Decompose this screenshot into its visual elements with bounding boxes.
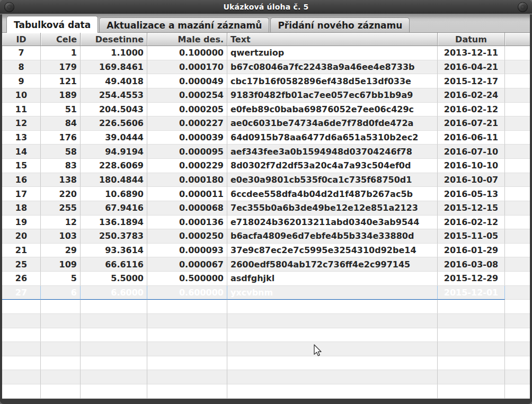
table-row[interactable]: 212993.36140.00009337e9c87ec2e7c5995e325… bbox=[2, 244, 530, 258]
cell-text[interactable]: 37e9c87ec2e7c5995e3254310d92be14 bbox=[227, 244, 438, 258]
cell-id[interactable]: 18 bbox=[2, 201, 41, 216]
cell-id[interactable]: 20 bbox=[2, 229, 41, 244]
cell-text[interactable] bbox=[227, 356, 438, 371]
cell-desetinne[interactable] bbox=[81, 300, 147, 314]
cell-id[interactable]: 12 bbox=[2, 116, 41, 131]
table-row-empty[interactable] bbox=[2, 314, 530, 328]
cell-datum[interactable] bbox=[438, 300, 505, 314]
cell-text[interactable]: e0e30a9801cb535f0ca1c735f68750d1 bbox=[227, 173, 438, 187]
tab-tabulkova-data[interactable]: Tabulková data bbox=[6, 16, 98, 33]
cell-male-des[interactable]: 0.000170 bbox=[147, 60, 227, 75]
cell-text[interactable] bbox=[227, 328, 438, 343]
cell-id[interactable] bbox=[2, 342, 41, 356]
cell-desetinne[interactable]: 93.3614 bbox=[81, 244, 147, 258]
cell-text[interactable] bbox=[227, 300, 438, 314]
cell-male-des[interactable]: 0.000095 bbox=[147, 145, 227, 159]
cell-id[interactable]: 7 bbox=[2, 46, 41, 60]
cell-text[interactable]: e718024b362013211abd0340e3ab9544 bbox=[227, 216, 438, 230]
cell-desetinne[interactable]: 39.0444 bbox=[81, 131, 147, 145]
cell-cele[interactable] bbox=[41, 300, 81, 314]
cell-male-des[interactable]: 0.000180 bbox=[147, 173, 227, 187]
cell-cele[interactable]: 51 bbox=[41, 103, 81, 117]
cell-cele[interactable]: 220 bbox=[41, 187, 81, 201]
cell-datum[interactable] bbox=[438, 356, 505, 371]
cell-desetinne[interactable] bbox=[81, 328, 147, 343]
cell-male-des[interactable]: 0.000093 bbox=[147, 244, 227, 258]
cell-text[interactable]: cbc17b16f0582896ef438d5e13df033e bbox=[227, 74, 438, 88]
cell-desetinne[interactable]: 226.5606 bbox=[81, 116, 147, 131]
cell-text[interactable] bbox=[227, 370, 438, 384]
cell-datum[interactable]: 2016-02-12 bbox=[438, 216, 505, 230]
cell-male-des[interactable]: 0.000067 bbox=[147, 257, 227, 272]
cell-id[interactable]: 27 bbox=[2, 286, 41, 300]
cell-id[interactable]: 21 bbox=[2, 244, 41, 258]
table-row[interactable]: 1317639.04440.00003964d0915b78aa6477d6a6… bbox=[2, 131, 530, 145]
cell-male-des[interactable]: 0.000011 bbox=[147, 187, 227, 201]
cell-male-des[interactable]: 0.000136 bbox=[147, 216, 227, 230]
cell-id[interactable]: 15 bbox=[2, 159, 41, 173]
cell-male-des[interactable] bbox=[147, 342, 227, 356]
cell-datum[interactable] bbox=[438, 342, 505, 356]
cell-cele[interactable]: 109 bbox=[41, 257, 81, 272]
cell-text[interactable]: qwertzuiop bbox=[227, 46, 438, 60]
cell-id[interactable]: 8 bbox=[2, 60, 41, 75]
table-row[interactable]: 16138180.48440.000180e0e30a9801cb535f0ca… bbox=[2, 173, 530, 187]
cell-id[interactable]: 19 bbox=[2, 216, 41, 230]
cell-male-des[interactable] bbox=[147, 384, 227, 399]
cell-datum[interactable]: 2016-07-10 bbox=[438, 145, 505, 159]
cell-cele[interactable]: 189 bbox=[41, 88, 81, 103]
cell-datum[interactable]: 2016-01-29 bbox=[438, 244, 505, 258]
cell-id[interactable] bbox=[2, 328, 41, 343]
cell-id[interactable]: 25 bbox=[2, 257, 41, 272]
cell-id[interactable] bbox=[2, 356, 41, 371]
cell-desetinne[interactable]: 67.9416 bbox=[81, 201, 147, 216]
cell-id[interactable] bbox=[2, 300, 41, 314]
cell-datum[interactable]: 2013-12-11 bbox=[438, 46, 505, 60]
cell-desetinne[interactable]: 6.6000 bbox=[81, 286, 147, 300]
cell-cele[interactable]: 1 bbox=[41, 46, 81, 60]
table-row-empty[interactable] bbox=[2, 370, 530, 384]
cell-desetinne[interactable] bbox=[81, 356, 147, 371]
cell-cele[interactable]: 179 bbox=[41, 60, 81, 75]
cell-text[interactable]: 64d0915b78aa6477d6a651a5310b2ec2 bbox=[227, 131, 438, 145]
window-menu-button-icon[interactable] bbox=[4, 2, 14, 12]
tab-pridani-noveho[interactable]: Přidání nového záznamu bbox=[270, 17, 410, 32]
table-row-empty[interactable] bbox=[2, 384, 530, 399]
cell-cele[interactable] bbox=[41, 342, 81, 356]
cell-male-des[interactable]: 0.000227 bbox=[147, 116, 227, 131]
cell-datum[interactable]: 2016-02-24 bbox=[438, 88, 505, 103]
column-header-datum[interactable]: Datum bbox=[438, 33, 505, 46]
cell-datum[interactable]: 2016-02-12 bbox=[438, 103, 505, 117]
table-row[interactable]: 1825567.94160.0000687ec355b0a6b3de49be12… bbox=[2, 201, 530, 216]
cell-text[interactable]: aef343fee3a0b1594948d03704246f78 bbox=[227, 145, 438, 159]
cell-desetinne[interactable]: 169.8461 bbox=[81, 60, 147, 75]
cell-datum[interactable] bbox=[438, 370, 505, 384]
table-row[interactable]: 20103250.37830.000250b6acfa4809e6d7ebfe4… bbox=[2, 229, 530, 244]
cell-text[interactable] bbox=[227, 314, 438, 328]
table-row[interactable]: 2655.50000.500000asdfghjkl2015-12-29 bbox=[2, 272, 530, 286]
cell-cele[interactable]: 58 bbox=[41, 145, 81, 159]
cell-desetinne[interactable]: 180.4844 bbox=[81, 173, 147, 187]
cell-desetinne[interactable]: 94.9194 bbox=[81, 145, 147, 159]
cell-desetinne[interactable]: 204.5043 bbox=[81, 103, 147, 117]
cell-desetinne[interactable] bbox=[81, 384, 147, 399]
cell-cele[interactable] bbox=[41, 370, 81, 384]
cell-datum[interactable] bbox=[438, 384, 505, 399]
table-row[interactable]: 1722010.68900.0000116ccdee558dfa4b04d2d1… bbox=[2, 187, 530, 201]
cell-datum[interactable]: 2015-11-05 bbox=[438, 229, 505, 244]
column-header-desetinne[interactable]: Desetinne bbox=[81, 33, 147, 46]
cell-desetinne[interactable] bbox=[81, 370, 147, 384]
cell-id[interactable]: 10 bbox=[2, 88, 41, 103]
cell-cele[interactable]: 255 bbox=[41, 201, 81, 216]
cell-cele[interactable]: 29 bbox=[41, 244, 81, 258]
cell-cele[interactable] bbox=[41, 314, 81, 328]
table-row[interactable]: 8179169.84610.000170b67c08046a7fc22438a9… bbox=[2, 60, 530, 75]
cell-male-des[interactable]: 0.000250 bbox=[147, 229, 227, 244]
cell-datum[interactable]: 2016-07-21 bbox=[438, 116, 505, 131]
column-header-text[interactable]: Text bbox=[227, 33, 438, 46]
table-row[interactable]: 145894.91940.000095aef343fee3a0b1594948d… bbox=[2, 145, 530, 159]
table-row[interactable]: 912149.40180.000049cbc17b16f0582896ef438… bbox=[2, 74, 530, 88]
table-row-empty[interactable] bbox=[2, 356, 530, 371]
table-row[interactable]: 1284226.56060.000227ae0c6031be74734a6de7… bbox=[2, 116, 530, 131]
cell-cele[interactable]: 6 bbox=[41, 286, 81, 300]
